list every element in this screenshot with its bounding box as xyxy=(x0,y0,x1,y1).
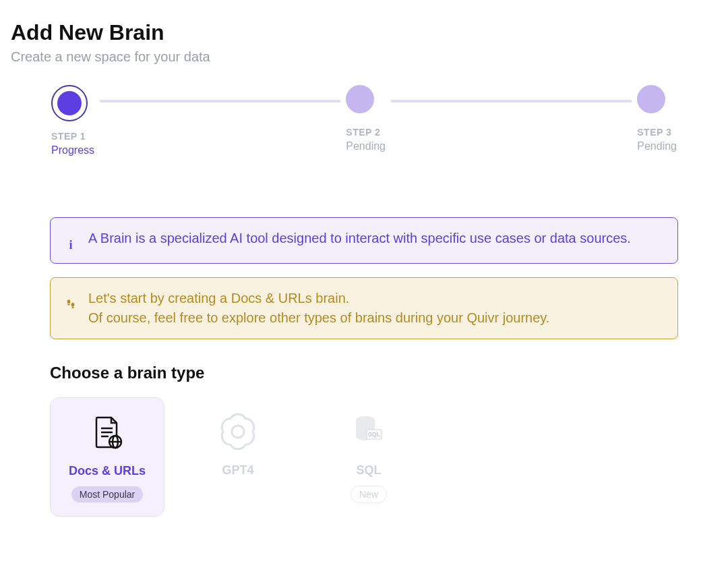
page-title: Add New Brain xyxy=(11,20,717,45)
choose-brain-type-title: Choose a brain type xyxy=(50,364,717,382)
step-2-status: Pending xyxy=(346,140,386,152)
most-popular-badge: Most Popular xyxy=(71,486,143,502)
step-circle-pending xyxy=(637,85,665,113)
info-icon: i xyxy=(64,238,78,252)
step-line xyxy=(391,100,632,103)
brain-type-cards: Docs & URLs Most Popular GPT4 SQL SQL Ne… xyxy=(50,397,717,517)
new-badge: New xyxy=(351,486,387,503)
tip-text: Let's start by creating a Docs & URLs br… xyxy=(88,289,549,328)
step-2: STEP 2 Pending xyxy=(346,85,386,152)
tip-callout: Let's start by creating a Docs & URLs br… xyxy=(50,277,678,339)
svg-rect-3 xyxy=(71,307,74,308)
step-3-label: STEP 3 xyxy=(637,127,671,138)
step-circle-pending xyxy=(346,85,374,113)
card-label: Docs & URLs xyxy=(69,464,146,478)
svg-rect-1 xyxy=(67,304,70,306)
brain-type-gpt4[interactable]: GPT4 xyxy=(181,397,295,517)
svg-point-0 xyxy=(67,299,71,304)
step-1-label: STEP 1 xyxy=(51,131,86,142)
database-sql-icon: SQL xyxy=(348,411,390,453)
info-text: A Brain is a specialized AI tool designe… xyxy=(88,229,631,248)
step-circle-active xyxy=(51,85,88,121)
card-label: SQL xyxy=(356,463,381,478)
svg-text:SQL: SQL xyxy=(368,431,381,438)
footsteps-icon xyxy=(64,298,78,310)
step-1-status: Progress xyxy=(51,144,94,156)
openai-icon xyxy=(217,411,259,453)
step-3-status: Pending xyxy=(637,140,677,152)
step-line xyxy=(100,100,340,103)
page-subtitle: Create a new space for your data xyxy=(11,49,717,65)
document-globe-icon xyxy=(88,411,126,453)
brain-type-sql[interactable]: SQL SQL New xyxy=(311,397,426,517)
card-label: GPT4 xyxy=(222,463,253,478)
step-1: STEP 1 Progress xyxy=(51,85,94,156)
info-callout: i A Brain is a specialized AI tool desig… xyxy=(50,217,678,264)
svg-point-2 xyxy=(71,303,75,307)
step-3: STEP 3 Pending xyxy=(637,85,677,152)
step-2-label: STEP 2 xyxy=(346,127,380,138)
brain-type-docs-urls[interactable]: Docs & URLs Most Popular xyxy=(50,397,164,517)
svg-point-10 xyxy=(232,426,244,438)
stepper: STEP 1 Progress STEP 2 Pending STEP 3 Pe… xyxy=(51,85,677,156)
